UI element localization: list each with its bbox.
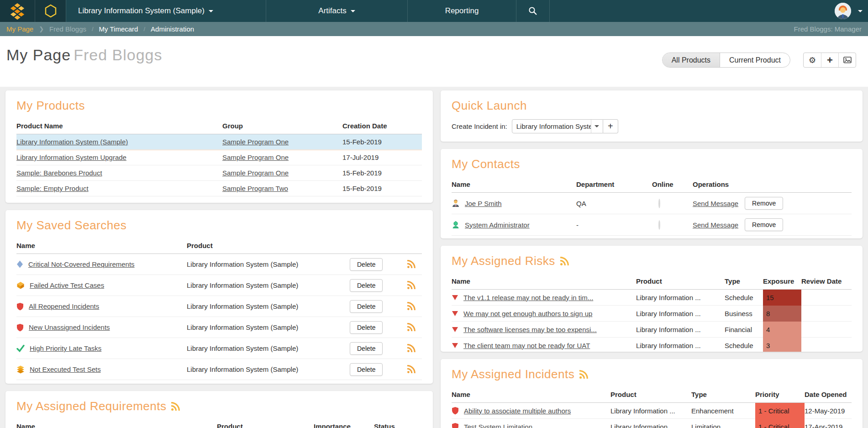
rss-icon[interactable] [400,344,422,353]
remove-button[interactable]: Remove [745,218,783,231]
breadcrumb-fred-bloggs[interactable]: Fred Bloggs [49,25,86,33]
saved-search-product: Library Information System (Sample) [187,281,350,289]
table-row: Joe P Smith QA Send Message Remove [452,193,852,214]
toggle-current-product[interactable]: Current Product [720,53,790,67]
saved-search-link[interactable]: All Reopened Incidents [29,302,99,310]
contact-link[interactable]: System Administrator [465,221,530,229]
rss-icon[interactable] [400,260,422,269]
incident-type: Limitation [691,423,755,428]
my-saved-searches-title: My Saved Searches [16,218,422,232]
risk-type: Financial [725,326,763,333]
saved-search-link[interactable]: Critical Not-Covered Requirements [28,260,135,268]
delete-button[interactable]: Delete [350,300,383,313]
toggle-all-products[interactable]: All Products [663,53,720,67]
saved-search-product: Library Information System (Sample) [187,344,350,352]
settings-button[interactable]: ⚙ [804,53,821,67]
group-link[interactable]: Sample Program One [222,169,289,177]
risk-product: Library Information ... [636,310,725,317]
send-message-link[interactable]: Send Message [693,221,738,229]
page-header: My PageFred Bloggs All Products Current … [0,36,868,87]
saved-search-link[interactable]: High Priority Late Tasks [30,344,101,352]
group-link[interactable]: Sample Program One [222,153,289,161]
delete-button[interactable]: Delete [350,279,383,292]
page-title-user: Fred Bloggs [74,46,162,63]
chevron-down-icon [351,10,355,15]
delete-button[interactable]: Delete [350,342,383,355]
product-link[interactable]: Sample: Empty Product [16,185,89,192]
my-products-header: Product Name Group Creation Date [16,119,422,134]
risk-type: Schedule [725,342,763,349]
incident-link[interactable]: Test System Limitation [464,423,532,428]
my-assigned-requirements-title: My Assigned Requirements [16,399,422,413]
risk-link[interactable]: We may not get enough authors to sign up [463,310,592,317]
breadcrumb-administration[interactable]: Administration [151,25,194,33]
risk-link[interactable]: The software licenses may be too expensi… [463,326,597,333]
rss-icon[interactable] [560,257,569,266]
my-assigned-risks-title: My Assigned Risks [452,254,852,268]
breadcrumb-separator: / [143,26,145,32]
exposure-cell: 3 [763,338,801,352]
app-logo[interactable] [0,0,35,22]
incident-type: Enhancement [691,407,755,415]
global-search-button[interactable] [516,0,550,22]
incident-date-opened: 12-May-2019 [805,407,852,415]
my-assigned-requirements-header: Name Product Importance Status [16,420,422,428]
product-link[interactable]: Sample: Barebones Product [16,169,102,177]
my-assigned-incidents-title: My Assigned Incidents [452,367,852,381]
layout-button[interactable] [838,53,856,67]
add-widget-button[interactable]: + [821,53,838,67]
artifacts-menu-label: Artifacts [318,6,346,16]
table-row: Ability to associate multiple authors Li… [452,403,852,419]
incident-product-select[interactable]: Library Information System (Sample) [512,119,603,133]
image-icon [843,57,852,63]
saved-search-link[interactable]: Failed Active Test Cases [30,281,104,289]
table-row: Sample: Empty Product Sample Program Two… [16,181,422,196]
group-link[interactable]: Sample Program Two [222,185,288,192]
breadcrumb-my-page[interactable]: My Page [6,25,33,33]
contact-department: QA [576,200,652,207]
delete-button[interactable]: Delete [350,258,383,271]
reporting-menu-label: Reporting [445,6,479,16]
rss-icon[interactable] [400,302,422,311]
incident-link[interactable]: Ability to associate multiple authors [464,407,571,415]
user-avatar[interactable] [835,3,851,19]
workspace-home-button[interactable] [35,0,66,22]
group-link[interactable]: Sample Program One [222,138,289,146]
my-assigned-incidents-panel: My Assigned Incidents Name Product Type … [441,359,863,428]
delete-button[interactable]: Delete [350,363,383,376]
online-status-indicator [658,220,660,230]
product-link[interactable]: Library Information System Upgrade [16,153,126,161]
rss-icon[interactable] [400,281,422,290]
risk-product: Library Information ... [636,294,725,301]
contact-link[interactable]: Joe P Smith [465,200,502,207]
plus-icon: + [827,54,833,66]
risk-link[interactable]: The client team may not be ready for UAT [463,342,590,349]
plus-icon: + [608,121,613,132]
table-row: Test System Limitation Library Informati… [452,419,852,428]
saved-search-link[interactable]: Not Executed Test Sets [30,365,101,373]
artifacts-menu[interactable]: Artifacts [266,0,407,22]
risk-link[interactable]: The v1.1 release may not be ready in tim… [463,294,593,301]
remove-button[interactable]: Remove [745,197,783,210]
delete-button[interactable]: Delete [350,321,383,334]
creation-date: 15-Feb-2019 [342,169,422,177]
chevron-down-icon [209,10,213,15]
rss-icon[interactable] [400,365,422,374]
reporting-menu[interactable]: Reporting [407,0,516,22]
my-contacts-panel: My Contacts Name Department Online Opera… [441,149,863,238]
breadcrumb-my-timecard[interactable]: My Timecard [99,25,138,33]
send-message-link[interactable]: Send Message [693,200,738,207]
rss-icon[interactable] [400,323,422,332]
risk-type: Schedule [725,294,763,301]
product-menu[interactable]: Library Information System (Sample) [66,0,266,22]
table-row: System Administrator - Send Message Remo… [452,214,852,236]
saved-search-link[interactable]: New Unassigned Incidents [29,323,110,331]
rss-icon[interactable] [579,370,588,379]
product-link[interactable]: Library Information System (Sample) [16,138,128,146]
breadcrumb-separator: / [92,26,94,32]
incident-product: Library Information ... [610,423,691,428]
chevron-down-icon[interactable] [858,10,863,15]
creation-date: 15-Feb-2019 [342,138,422,146]
create-incident-button[interactable]: + [603,119,618,133]
rss-icon[interactable] [171,402,180,411]
